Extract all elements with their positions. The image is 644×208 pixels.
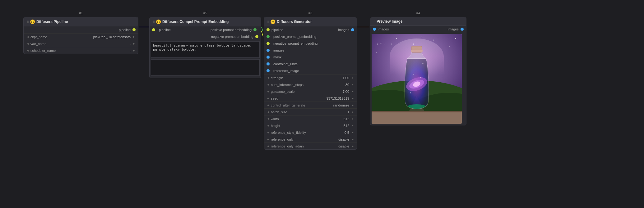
control-after-arrow-right[interactable]: ► <box>351 103 354 107</box>
scheduler-name-label: scheduler_name <box>30 49 130 52</box>
compel-negative-textarea[interactable] <box>151 59 260 76</box>
ref-only-adain-arrow-left[interactable]: ◄ <box>266 144 270 148</box>
generator-reference-input[interactable]: reference_image <box>264 67 357 74</box>
generator-controlnet-input[interactable]: controlnet_units <box>264 61 357 67</box>
compel-textarea-container[interactable]: beautiful scenery nature glass bottle la… <box>150 40 261 78</box>
ref-only-arrow-right[interactable]: ► <box>351 138 354 141</box>
generator-mask-input[interactable]: mask <box>264 54 357 61</box>
compel-positive-textarea[interactable]: beautiful scenery nature glass bottle la… <box>151 41 260 58</box>
generator-positive-input[interactable]: positive_prompt_embedding <box>264 33 357 40</box>
width-row[interactable]: ◄ width 512 ► <box>264 115 357 122</box>
scheduler-arrow-left[interactable]: ◄ <box>26 49 29 52</box>
pipeline-output-port[interactable]: pipeline <box>24 26 138 33</box>
batch-arrow-right[interactable]: ► <box>351 110 354 114</box>
ref-style-row[interactable]: ◄ reference_style_fidelity 0.5 ► <box>264 129 357 136</box>
batch-size-row[interactable]: ◄ batch_size 1 ► <box>264 108 357 115</box>
vae-name-value: - <box>129 42 131 46</box>
ref-only-adain-row[interactable]: ◄ reference_only_adain disable ► <box>264 142 357 149</box>
strength-arrow-right[interactable]: ► <box>351 76 354 79</box>
guidance-arrow-left[interactable]: ◄ <box>266 90 270 93</box>
height-label: height <box>271 124 344 128</box>
svg-point-8 <box>455 38 456 39</box>
pipeline-node-drag[interactable]: ⠿ 😊 Diffusers Pipeline <box>27 19 135 24</box>
num-inference-arrow-left[interactable]: ◄ <box>266 83 270 86</box>
strength-value: 1.00 <box>343 76 349 80</box>
compel-pipeline-dot <box>152 28 155 31</box>
preview-port-row[interactable]: images images <box>370 26 466 33</box>
generator-images-input-label: images <box>273 48 354 52</box>
ckpt-arrow-right[interactable]: ► <box>132 35 136 38</box>
pipeline-node-header[interactable]: #1 ⠿ 😊 Diffusers Pipeline <box>24 17 138 26</box>
ref-style-value: 0.5 <box>345 131 349 134</box>
generator-reference-label: reference_image <box>273 69 354 73</box>
vae-name-row[interactable]: ◄ vae_name - ► <box>24 40 138 47</box>
height-arrow-left[interactable]: ◄ <box>266 124 270 127</box>
seed-arrow-left[interactable]: ◄ <box>266 97 270 100</box>
generator-positive-label: positive_prompt_embedding <box>273 35 354 38</box>
num-inference-row[interactable]: ◄ num_inference_steps 30 ► <box>264 81 357 88</box>
strength-label: strength <box>271 76 343 80</box>
compel-negative-dot <box>255 35 258 38</box>
guidance-arrow-right[interactable]: ► <box>351 90 354 93</box>
compel-negative-output[interactable]: negative prompt embedding <box>150 33 261 40</box>
compel-node-number: #5 <box>203 11 207 15</box>
control-after-arrow-left[interactable]: ◄ <box>266 103 270 107</box>
compel-node[interactable]: #5 ⠿ 😊 Diffusers Compel Prompt Embedding… <box>149 17 261 78</box>
pipeline-node[interactable]: #1 ⠿ 😊 Diffusers Pipeline pipeline ◄ ckp… <box>23 17 138 54</box>
batch-arrow-left[interactable]: ◄ <box>266 110 270 114</box>
scheduler-arrow-right[interactable]: ► <box>132 49 136 52</box>
num-inference-value: 30 <box>345 83 349 87</box>
strength-row[interactable]: ◄ strength 1.00 ► <box>264 74 357 81</box>
compel-positive-dot <box>253 28 257 31</box>
generator-images-input[interactable]: images <box>264 47 357 54</box>
ref-only-row[interactable]: ◄ reference_only disable ► <box>264 136 357 142</box>
compel-node-title: Diffusers Compel Prompt Embedding <box>162 20 229 24</box>
preview-node[interactable]: #4 ⠿ Preview Image images images <box>370 17 466 125</box>
ref-style-arrow-left[interactable]: ◄ <box>266 131 270 134</box>
generator-negative-input[interactable]: negative_prompt_embedding <box>264 40 357 47</box>
svg-rect-22 <box>411 46 422 52</box>
ref-only-value: disable <box>338 138 349 141</box>
pipeline-node-title: Diffusers Pipeline <box>36 20 68 24</box>
svg-point-9 <box>376 52 377 53</box>
width-arrow-left[interactable]: ◄ <box>266 117 270 120</box>
node-canvas[interactable]: #1 ⠿ 😊 Diffusers Pipeline pipeline ◄ ckp… <box>0 0 644 208</box>
compel-pipeline-input[interactable]: pipeline positive prompt embedding <box>150 26 261 33</box>
svg-rect-25 <box>372 111 462 112</box>
ckpt-name-row[interactable]: ◄ ckpt_name pickReal_10.safetensors ► <box>24 33 138 40</box>
compel-node-header[interactable]: #5 ⠿ 😊 Diffusers Compel Prompt Embedding <box>150 17 261 26</box>
compel-negative-label: negative prompt embedding <box>152 35 253 38</box>
svg-point-4 <box>381 43 382 44</box>
ref-only-adain-value: disable <box>338 144 349 148</box>
control-after-label: control_after_generate <box>271 103 333 107</box>
vae-arrow-left[interactable]: ◄ <box>26 42 29 45</box>
strength-arrow-left[interactable]: ◄ <box>266 76 270 79</box>
preview-node-drag[interactable]: ⠿ Preview Image <box>373 19 463 24</box>
generator-node[interactable]: #3 ⠿ 😊 Diffusers Generator pipeline imag… <box>264 17 357 150</box>
generator-negative-dot <box>266 42 270 45</box>
seed-label: seed <box>271 97 327 100</box>
generator-node-number: #3 <box>308 11 312 15</box>
generator-node-header[interactable]: #3 ⠿ 😊 Diffusers Generator <box>264 17 357 26</box>
seed-row[interactable]: ◄ seed 937131312619 ► <box>264 95 357 102</box>
ref-only-arrow-left[interactable]: ◄ <box>266 138 270 141</box>
compel-node-drag[interactable]: ⠿ 😊 Diffusers Compel Prompt Embedding <box>153 19 258 24</box>
generator-images-input-dot <box>266 49 270 52</box>
ref-style-arrow-right[interactable]: ► <box>351 131 354 134</box>
generator-images-output[interactable]: pipeline images <box>264 26 357 33</box>
ckpt-arrow-left[interactable]: ◄ <box>26 35 29 38</box>
ref-only-adain-arrow-right[interactable]: ► <box>351 144 354 148</box>
seed-arrow-right[interactable]: ► <box>351 97 354 100</box>
num-inference-arrow-right[interactable]: ► <box>351 83 354 86</box>
num-inference-label: num_inference_steps <box>271 83 345 87</box>
generator-positive-dot <box>266 35 270 38</box>
preview-node-header[interactable]: #4 ⠿ Preview Image <box>370 17 466 26</box>
generator-node-drag[interactable]: ⠿ 😊 Diffusers Generator <box>267 19 354 24</box>
height-row[interactable]: ◄ height 512 ► <box>264 122 357 129</box>
width-arrow-right[interactable]: ► <box>351 117 354 120</box>
guidance-scale-row[interactable]: ◄ guidance_scale 7.00 ► <box>264 88 357 95</box>
height-arrow-right[interactable]: ► <box>351 124 354 127</box>
control-after-row[interactable]: ◄ control_after_generate randomize ► <box>264 102 357 108</box>
vae-arrow-right[interactable]: ► <box>132 42 136 45</box>
scheduler-name-row[interactable]: ◄ scheduler_name - ► <box>24 47 138 54</box>
